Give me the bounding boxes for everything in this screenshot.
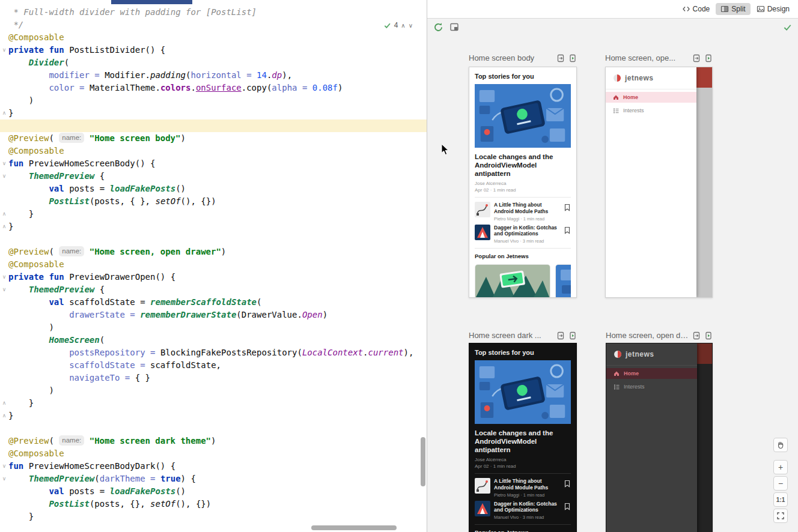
run-preview-icon[interactable] — [704, 331, 713, 340]
code-line[interactable]: navigateTo = { } — [0, 372, 427, 384]
apply-changes-icon[interactable] — [692, 54, 701, 62]
article-row[interactable]: A Little Thing about Android Module Path… — [475, 478, 571, 497]
bookmark-icon[interactable] — [564, 226, 570, 234]
previous-problem-icon[interactable]: ∧ — [401, 22, 405, 29]
code-line[interactable]: @Preview( name: "Home screen body") — [0, 132, 427, 145]
inspections-widget[interactable]: 4 ∧ ∨ — [382, 20, 415, 30]
code-line[interactable]: val posts = loadFakePosts() — [0, 485, 427, 498]
fold-marker[interactable]: ∨ — [0, 170, 8, 183]
caret-line[interactable] — [0, 119, 427, 132]
preview-canvas[interactable]: Home screen body Home screen, ope... Hom… — [427, 35, 798, 532]
preview-card-open-drawer[interactable]: jetnews Home Interests — [605, 67, 713, 298]
code-line[interactable]: ∨ ThemedPreview { — [0, 283, 427, 296]
fold-marker[interactable]: ∨ — [0, 157, 8, 170]
build-refresh-icon[interactable] — [433, 22, 443, 32]
code-line[interactable]: @Preview( name: "Home screen dark theme"… — [0, 435, 427, 447]
code-line[interactable]: PostList(posts, { }, setOf(), {}) — [0, 195, 427, 208]
code-line[interactable] — [0, 233, 427, 246]
mode-code-button[interactable]: Code — [677, 3, 715, 15]
fold-marker[interactable]: ∨ — [0, 283, 8, 296]
preview-card-home-screen-body[interactable]: Top stories for you Locale changes and t… — [469, 67, 577, 298]
code-line[interactable]: ∧ } — [0, 397, 427, 410]
editor-horizontal-scrollbar[interactable] — [311, 525, 397, 530]
zoom-to-fit-button[interactable] — [773, 509, 788, 523]
code-line[interactable]: scaffoldState = scaffoldState, — [0, 359, 427, 372]
mode-split-button[interactable]: Split — [716, 3, 750, 15]
fold-marker[interactable]: ∧ — [0, 220, 8, 233]
article-row[interactable]: A Little Thing about Android Module Path… — [475, 202, 571, 221]
code-line[interactable]: @Preview( name: "Home screen, open drawe… — [0, 246, 427, 258]
code-line[interactable]: @Composable — [0, 447, 427, 460]
popular-card[interactable]: Locale changes and the AndroidViewModel … — [555, 264, 571, 298]
code-line[interactable]: @Composable — [0, 258, 427, 271]
code-line[interactable]: PostList(posts, {}, setOf(), {}) — [0, 498, 427, 510]
bookmark-icon[interactable] — [564, 503, 570, 510]
run-preview-icon[interactable] — [568, 331, 577, 340]
active-file-tab-indicator[interactable] — [111, 0, 192, 4]
code-line[interactable]: ∨ ThemedPreview { — [0, 170, 427, 183]
code-line[interactable]: * Full-width divider with padding for [P… — [0, 6, 427, 19]
code-line[interactable]: ∨private fun PostListDivider() { — [0, 44, 427, 56]
code-line[interactable]: ∨fun PreviewHomeScreenBodyDark() { — [0, 460, 427, 473]
bookmark-icon[interactable] — [564, 204, 570, 211]
fold-marker[interactable]: ∧ — [0, 397, 8, 410]
code-line[interactable]: postsRepository = BlockingFakePostsRepos… — [0, 346, 427, 359]
code-line[interactable]: color = MaterialTheme.colors.onSurface.c… — [0, 82, 427, 94]
apply-changes-icon[interactable] — [556, 54, 565, 62]
preview-card-open-drawer-dark[interactable]: jetnews Home Interests — [606, 343, 713, 532]
article-row[interactable]: Dagger in Kotlin: Gotchas and Optimizati… — [475, 225, 571, 244]
editor-vertical-scrollbar[interactable] — [421, 437, 425, 486]
feed-headline[interactable]: Locale changes and the AndroidViewModel … — [475, 429, 571, 454]
code-line[interactable]: ∨ ThemedPreview(darkTheme = true) { — [0, 473, 427, 485]
code-line[interactable]: @Composable — [0, 145, 427, 157]
zoom-in-button[interactable]: + — [773, 460, 788, 474]
fold-marker[interactable]: ∨ — [0, 460, 8, 473]
drawer-item-interests[interactable]: Interests — [606, 381, 697, 392]
code-line[interactable]: ∧} — [0, 410, 427, 422]
fold-marker[interactable]: ∧ — [0, 208, 8, 220]
next-problem-icon[interactable]: ∨ — [409, 22, 413, 29]
code-line[interactable]: ∨fun PreviewHomeScreenBody() { — [0, 157, 427, 170]
code-line[interactable]: modifier = Modifier.padding(horizontal =… — [0, 69, 427, 82]
code-line[interactable]: @Composable — [0, 31, 427, 44]
code-line[interactable]: drawerState = rememberDrawerState(Drawer… — [0, 309, 427, 321]
run-preview-icon[interactable] — [704, 54, 713, 62]
fold-marker[interactable]: ∧ — [0, 107, 8, 119]
code-line[interactable]: ∧} — [0, 107, 427, 119]
code-line[interactable]: ) — [0, 94, 427, 107]
code-line[interactable]: val scaffoldState = rememberScaffoldStat… — [0, 296, 427, 309]
code-line[interactable]: val posts = loadFakePosts() — [0, 183, 427, 195]
code-line[interactable]: */ — [0, 19, 427, 31]
code-line[interactable]: HomeScreen( — [0, 334, 427, 346]
code-line[interactable]: ∨private fun PreviewDrawerOpen() { — [0, 271, 427, 283]
bookmark-icon[interactable] — [564, 480, 570, 488]
zoom-actual-size-button[interactable]: 1:1 — [773, 492, 788, 507]
drawer-item-interests[interactable]: Interests — [606, 105, 696, 116]
code-line[interactable]: ∧ } — [0, 208, 427, 220]
run-preview-icon[interactable] — [568, 54, 577, 62]
drawer-item-home[interactable]: Home — [606, 368, 697, 379]
apply-changes-icon[interactable] — [692, 331, 701, 340]
code-line[interactable]: } — [0, 510, 427, 523]
ui-layout-options-icon[interactable] — [449, 22, 459, 32]
code-line[interactable]: ) — [0, 384, 427, 397]
article-row[interactable]: Dagger in Kotlin: Gotchas and Optimizati… — [475, 501, 571, 520]
zoom-out-button[interactable]: − — [773, 476, 788, 491]
code-line[interactable]: ) — [0, 321, 427, 334]
popular-card[interactable]: From Java Programming Langua... Florina … — [475, 264, 550, 298]
fold-marker[interactable]: ∨ — [0, 271, 8, 283]
pan-tool-button[interactable] — [773, 438, 788, 452]
gutter-cell — [0, 246, 8, 258]
drawer-item-home[interactable]: Home — [606, 92, 696, 103]
mode-design-button[interactable]: Design — [752, 3, 794, 15]
code-line[interactable] — [0, 422, 427, 435]
code-line[interactable]: Divider( — [0, 56, 427, 69]
feed-headline[interactable]: Locale changes and the AndroidViewModel … — [475, 153, 571, 178]
fold-marker[interactable]: ∨ — [0, 473, 8, 485]
fold-marker[interactable]: ∧ — [0, 410, 8, 422]
code-editor[interactable]: * Full-width divider with padding for [P… — [0, 0, 427, 532]
fold-marker[interactable]: ∨ — [0, 44, 8, 56]
code-line[interactable]: ∧} — [0, 220, 427, 233]
preview-card-home-screen-dark[interactable]: Top stories for you Locale changes and t… — [469, 343, 577, 532]
apply-changes-icon[interactable] — [556, 331, 565, 340]
